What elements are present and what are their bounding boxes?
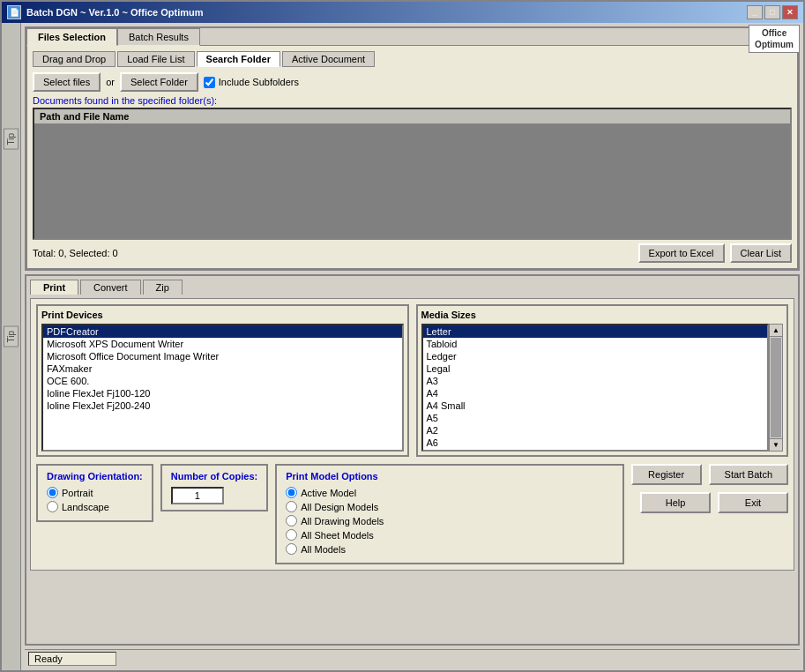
outer-panel: Drag and Drop Load File List Search Fold… <box>26 45 798 269</box>
sub-tab-active-doc[interactable]: Active Document <box>282 51 375 67</box>
clear-list-button[interactable]: Clear List <box>730 243 792 263</box>
sub-tab-load-file[interactable]: Load File List <box>117 51 194 67</box>
bottom-tab-bar: Print Convert Zip <box>30 280 794 295</box>
media-item-10[interactable]: LetterSmall <box>423 449 768 452</box>
media-item-3[interactable]: Legal <box>423 362 768 375</box>
sub-tab-search-folder[interactable]: Search Folder <box>197 51 280 67</box>
start-batch-button[interactable]: Start Batch <box>709 464 788 485</box>
model-option-4[interactable]: All Models <box>286 543 613 555</box>
top-section: Files Selection Batch Results Drag and D… <box>25 26 800 271</box>
include-subfolders-checkbox[interactable] <box>204 77 215 88</box>
bottom-section: Print Convert Zip Print Devices PDFCreat… <box>25 274 800 646</box>
print-area-panel: Print Devices PDFCreator Microsoft XPS D… <box>30 298 794 571</box>
all-design-radio[interactable] <box>286 501 297 512</box>
model-option-0[interactable]: Active Model <box>286 487 613 498</box>
file-list-header: Path and File Name <box>34 109 790 124</box>
select-folder-button[interactable]: Select Folder <box>120 72 198 92</box>
media-item-6[interactable]: A4 Small <box>423 399 768 412</box>
media-item-0[interactable]: Letter <box>423 325 768 338</box>
maximize-button[interactable]: □ <box>764 5 780 19</box>
app-icon: 📄 <box>7 5 21 19</box>
orientation-title: Drawing Orientation: <box>47 471 143 482</box>
device-item-1[interactable]: Microsoft XPS Document Writer <box>43 338 402 350</box>
device-item-5[interactable]: Ioline FlexJet Fj100-120 <box>43 387 402 399</box>
model-option-3[interactable]: All Sheet Models <box>286 529 613 541</box>
media-scrollbar[interactable]: ▲ ▼ <box>769 324 783 452</box>
landscape-radio[interactable] <box>47 501 58 512</box>
tip-sidebar: Tip Tip <box>2 23 21 670</box>
copies-title: Number of Copies: <box>171 471 257 482</box>
media-item-2[interactable]: Ledger <box>423 350 768 362</box>
title-bar: 📄 Batch DGN ~ Ver.1.0 ~ Office Optimum _… <box>2 2 803 23</box>
info-text: Documents found in the specified folder(… <box>33 95 792 106</box>
all-models-label: All Models <box>301 544 346 555</box>
logo: Office Optimum <box>749 25 800 53</box>
close-button[interactable]: ✕ <box>782 5 798 19</box>
device-item-4[interactable]: OCE 600. <box>43 375 402 387</box>
select-files-button[interactable]: Select files <box>33 72 101 92</box>
model-options-title: Print Model Options <box>286 471 613 482</box>
file-list-container[interactable]: Path and File Name <box>33 108 792 240</box>
scroll-down-btn[interactable]: ▼ <box>770 438 782 451</box>
all-sheet-label: All Sheet Models <box>301 530 374 541</box>
all-design-label: All Design Models <box>301 502 378 512</box>
action-btn-row-bottom: Help Exit <box>631 492 788 513</box>
media-item-7[interactable]: A5 <box>423 412 768 424</box>
include-subfolders-text: Include Subfolders <box>219 77 299 87</box>
media-item-5[interactable]: A4 <box>423 387 768 399</box>
media-list[interactable]: Letter Tabloid Ledger Legal A3 A4 A4 Sma… <box>421 324 770 452</box>
device-item-0[interactable]: PDFCreator <box>43 325 402 338</box>
register-button[interactable]: Register <box>631 464 702 485</box>
minimize-button[interactable]: _ <box>747 5 763 19</box>
landscape-option[interactable]: Landscape <box>47 501 143 512</box>
window-controls: _ □ ✕ <box>747 5 798 19</box>
main-content: Tip Tip Files Selection Batch Results Dr… <box>2 23 803 670</box>
exit-button[interactable]: Exit <box>718 492 788 513</box>
scroll-thumb <box>771 338 781 437</box>
media-item-4[interactable]: A3 <box>423 375 768 387</box>
device-item-3[interactable]: FAXmaker <box>43 362 402 375</box>
content-area: Files Selection Batch Results Drag and D… <box>21 23 803 670</box>
model-option-2[interactable]: All Drawing Models <box>286 515 613 526</box>
portrait-option[interactable]: Portrait <box>47 487 143 498</box>
media-item-9[interactable]: A6 <box>423 437 768 449</box>
print-area: Print Devices PDFCreator Microsoft XPS D… <box>36 304 788 457</box>
include-subfolders-label[interactable]: Include Subfolders <box>204 77 299 88</box>
copies-input[interactable] <box>171 487 224 504</box>
tab-files-selection[interactable]: Files Selection <box>26 28 117 46</box>
status-text: Ready <box>28 652 116 666</box>
devices-panel: Print Devices PDFCreator Microsoft XPS D… <box>36 304 409 457</box>
orientation-box: Drawing Orientation: Portrait Landscape <box>36 464 153 522</box>
or-text: or <box>106 77 115 87</box>
tab-print[interactable]: Print <box>30 280 78 295</box>
action-buttons: Register Start Batch Help Exit <box>631 464 788 513</box>
portrait-radio[interactable] <box>47 487 58 498</box>
all-drawing-radio[interactable] <box>286 515 297 526</box>
help-button[interactable]: Help <box>640 492 711 513</box>
media-item-8[interactable]: A2 <box>423 424 768 437</box>
device-list[interactable]: PDFCreator Microsoft XPS Document Writer… <box>41 324 404 452</box>
logo-line1: Office <box>755 27 794 39</box>
media-list-wrapper: Letter Tabloid Ledger Legal A3 A4 A4 Sma… <box>421 324 784 452</box>
window-title: Batch DGN ~ Ver.1.0 ~ Office Optimum <box>26 7 204 18</box>
file-count-status: Total: 0, Selected: 0 <box>33 248 118 258</box>
active-model-radio[interactable] <box>286 487 297 498</box>
media-item-1[interactable]: Tabloid <box>423 338 768 350</box>
device-item-6[interactable]: Ioline FlexJet Fj200-240 <box>43 399 402 412</box>
tab-batch-results[interactable]: Batch Results <box>117 28 200 46</box>
tab-convert[interactable]: Convert <box>80 280 141 295</box>
model-options-box: Print Model Options Active Model All Des… <box>275 464 623 564</box>
all-sheet-radio[interactable] <box>286 529 297 541</box>
model-option-1[interactable]: All Design Models <box>286 501 613 512</box>
tab-zip[interactable]: Zip <box>143 280 183 295</box>
logo-line2: Optimum <box>755 39 794 50</box>
main-window: 📄 Batch DGN ~ Ver.1.0 ~ Office Optimum _… <box>0 0 805 672</box>
scroll-up-btn[interactable]: ▲ <box>770 325 782 337</box>
sub-tab-drag-drop[interactable]: Drag and Drop <box>33 51 116 67</box>
device-item-2[interactable]: Microsoft Office Document Image Writer <box>43 350 402 362</box>
active-model-label: Active Model <box>301 488 356 498</box>
export-to-excel-button[interactable]: Export to Excel <box>638 243 725 263</box>
files-status-row: Total: 0, Selected: 0 Export to Excel Cl… <box>33 243 792 263</box>
file-selection-row: Select files or Select Folder Include Su… <box>33 72 792 92</box>
all-models-radio[interactable] <box>286 543 297 555</box>
